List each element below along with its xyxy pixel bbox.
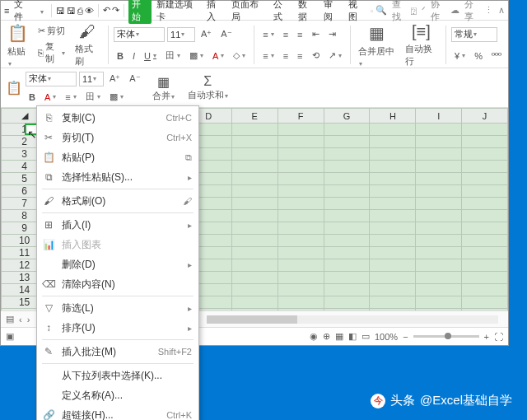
- mini-autosum[interactable]: Σ 自动求和: [183, 74, 233, 101]
- tab-data[interactable]: 数据: [295, 0, 318, 25]
- tab-pagelayout[interactable]: 页面布局: [228, 0, 268, 25]
- ctx-comment[interactable]: ✎插入批注(M)Shift+F2: [37, 342, 198, 362]
- record-icon[interactable]: ▣: [6, 331, 14, 342]
- percent[interactable]: %: [471, 50, 486, 62]
- tabs-menu-icon[interactable]: ▤: [6, 314, 14, 324]
- save-as-icon[interactable]: 🖫: [67, 6, 76, 16]
- collab-label[interactable]: 协作: [431, 0, 445, 23]
- merge-group[interactable]: ▦ 合并居中: [355, 22, 398, 68]
- redo-icon[interactable]: ↷: [112, 5, 119, 16]
- ctx-pick-list[interactable]: 从下拉列表中选择(K)...: [37, 366, 198, 385]
- mini-size[interactable]: 11: [79, 72, 104, 86]
- ctx-clear[interactable]: ⌫清除内容(N): [37, 274, 198, 294]
- mini-merge[interactable]: ▦ 合并: [147, 74, 180, 102]
- ctx-paste[interactable]: 📋粘贴(P)⧉: [37, 147, 198, 167]
- copy-button[interactable]: ⎘复制: [35, 40, 68, 66]
- save-icon[interactable]: 🖫: [56, 6, 65, 16]
- ctx-sort[interactable]: ↕排序(U): [37, 318, 198, 338]
- mini-inc-font[interactable]: A⁺: [106, 72, 124, 85]
- mini-bold[interactable]: B: [26, 91, 39, 103]
- align-top[interactable]: ≡: [259, 29, 277, 40]
- ctx-filter[interactable]: ▽筛选(L): [37, 298, 198, 318]
- underline-button[interactable]: U: [141, 50, 160, 62]
- more-menu[interactable]: ⋮: [484, 5, 493, 16]
- tab-prev[interactable]: ‹: [19, 315, 22, 324]
- help-icon[interactable]: ⍰: [411, 6, 417, 16]
- mini-fill[interactable]: ≡: [62, 91, 79, 103]
- tab-insert[interactable]: 插入: [203, 0, 226, 25]
- italic-button[interactable]: I: [129, 50, 138, 62]
- align-mid[interactable]: ≡: [280, 29, 291, 40]
- mini-font-color[interactable]: A: [41, 91, 59, 103]
- cut-button[interactable]: ✂剪切: [35, 24, 68, 38]
- indent-inc[interactable]: ⇥: [325, 28, 339, 40]
- currency[interactable]: ¥: [451, 50, 469, 62]
- tab-review[interactable]: 审阅: [320, 0, 343, 25]
- print-preview-icon[interactable]: 👁: [85, 6, 94, 16]
- more-icon[interactable]: ◦: [371, 6, 374, 16]
- zoom-in[interactable]: +: [484, 332, 489, 342]
- fullscreen-icon[interactable]: ⛶: [494, 332, 503, 342]
- ctx-hyperlink[interactable]: 🔗超链接(H)...Ctrl+K: [37, 405, 198, 420]
- ctx-insert[interactable]: ⊞插入(I): [37, 215, 198, 235]
- search-label[interactable]: 查找: [392, 0, 407, 23]
- tab-start[interactable]: 开始: [128, 0, 152, 24]
- border-btn[interactable]: 田: [162, 49, 184, 63]
- ctx-delete[interactable]: 删除(D): [37, 254, 198, 274]
- mini-fill2[interactable]: ▩: [106, 91, 127, 103]
- share-icon[interactable]: ☁: [450, 5, 459, 16]
- ctx-insert-chart[interactable]: 📊插入图表: [37, 235, 198, 254]
- format-painter-group[interactable]: 🖌 格式刷: [72, 22, 103, 68]
- tab-next[interactable]: ›: [27, 315, 30, 324]
- wrap[interactable]: ⟲: [309, 49, 323, 62]
- file-dropdown[interactable]: [36, 4, 47, 17]
- print-icon[interactable]: ⎙: [77, 6, 83, 16]
- decrease-font[interactable]: A⁻: [217, 28, 235, 40]
- zoom-out[interactable]: −: [403, 332, 408, 342]
- reader-view-icon[interactable]: ▭: [361, 331, 370, 342]
- zoom-value[interactable]: 100%: [375, 332, 398, 342]
- fill-color[interactable]: ▩: [186, 49, 207, 62]
- comma[interactable]: ººº: [488, 50, 505, 62]
- ctx-format-painter[interactable]: 🖌格式刷(O)🖌: [37, 191, 198, 211]
- collab-icon[interactable]: ᐟ: [422, 5, 426, 16]
- indent-dec[interactable]: ⇤: [309, 28, 323, 40]
- align-left[interactable]: ≡: [259, 50, 277, 62]
- align-right[interactable]: ≡: [294, 50, 305, 62]
- ctx-define-name[interactable]: 定义名称(A)...: [37, 385, 198, 405]
- number-format[interactable]: 常规: [451, 27, 497, 42]
- grid-view-icon[interactable]: ▦: [335, 331, 343, 342]
- file-menu[interactable]: 文件: [11, 0, 34, 25]
- horizontal-scrollbar[interactable]: [207, 315, 498, 324]
- mini-border[interactable]: 田: [82, 90, 104, 104]
- ctx-paste-special[interactable]: ⧉选择性粘贴(S)...: [37, 167, 198, 187]
- search-icon[interactable]: 🔍: [375, 5, 387, 16]
- font-size-select[interactable]: 11: [167, 27, 195, 42]
- bold-button[interactable]: B: [114, 50, 127, 62]
- page-view-icon[interactable]: ◧: [348, 331, 357, 342]
- align-center[interactable]: ≡: [280, 50, 291, 62]
- menu-icon[interactable]: ≡: [4, 6, 9, 16]
- undo-icon[interactable]: ↶: [103, 5, 110, 16]
- eye-icon[interactable]: ◉: [310, 331, 318, 342]
- zoom-slider[interactable]: [413, 335, 479, 338]
- neutral-icon[interactable]: ⊕: [323, 331, 330, 342]
- paste-icon[interactable]: 📋: [6, 80, 22, 96]
- share-label[interactable]: 分享: [464, 0, 479, 23]
- font-color[interactable]: A: [209, 50, 227, 62]
- mini-dec-font[interactable]: A⁻: [126, 72, 143, 85]
- ctx-copy[interactable]: ⎘复制(C)Ctrl+C: [37, 108, 198, 128]
- orient[interactable]: ↗: [325, 49, 345, 62]
- expand-icon[interactable]: ∧: [498, 5, 505, 16]
- paste-group[interactable]: 📋 粘贴: [4, 22, 31, 68]
- wrap-group[interactable]: [≡] 自动换行: [402, 22, 441, 68]
- ctx-cut[interactable]: ✂剪切(T)Ctrl+X: [37, 128, 198, 147]
- font-select[interactable]: 宋体: [114, 27, 165, 42]
- tab-new[interactable]: 新建选项卡: [153, 0, 202, 25]
- highlight[interactable]: ◇: [230, 49, 249, 62]
- mini-font[interactable]: 宋体: [26, 72, 77, 86]
- increase-font[interactable]: A⁺: [198, 28, 215, 40]
- tab-formulas[interactable]: 公式: [270, 0, 293, 25]
- align-bot[interactable]: ≡: [294, 29, 305, 40]
- tab-view[interactable]: 视图: [345, 0, 368, 25]
